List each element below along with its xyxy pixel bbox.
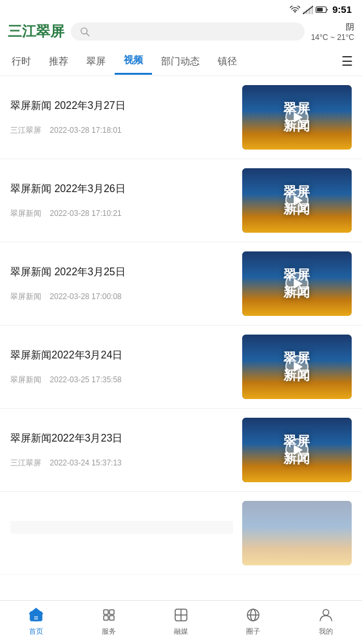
- news-time-5: 2022-03-24 15:37:13: [50, 458, 121, 467]
- svg-point-23: [323, 610, 329, 616]
- status-time: 9:51: [332, 4, 352, 15]
- news-meta-1: 三江翠屏 2022-03-28 17:18:01: [10, 125, 233, 136]
- status-icons: [290, 5, 329, 14]
- play-button-4[interactable]: [285, 355, 309, 378]
- service-icon: [100, 606, 118, 624]
- mine-icon: [317, 606, 335, 624]
- nav-tab-shipin[interactable]: 视频: [115, 48, 152, 75]
- bottom-nav-media[interactable]: 融媒: [145, 606, 217, 636]
- news-meta-2: 翠屏新闻 2022-03-28 17:10:21: [10, 208, 233, 219]
- news-content-6: [10, 521, 233, 545]
- news-item-3[interactable]: 翠屏新闻 2022年3月25日 翠屏新闻 2022-03-28 17:00:08…: [0, 242, 362, 326]
- news-item-5[interactable]: 翠屏新闻2022年3月23日 三江翠屏 2022-03-24 15:37:13 …: [0, 409, 362, 492]
- news-item-2[interactable]: 翠屏新闻 2022年3月26日 翠屏新闻 2022-03-28 17:10:21…: [0, 159, 362, 242]
- bottom-nav-circle[interactable]: 圈子: [217, 606, 289, 636]
- media-icon: [172, 606, 190, 624]
- bottom-nav-service-label: 服务: [102, 627, 116, 636]
- weather-sky: 阴: [311, 21, 354, 33]
- svg-rect-14: [110, 610, 114, 614]
- news-title-2: 翠屏新闻 2022年3月26日: [10, 182, 233, 196]
- news-content-1: 翠屏新闻 2022年3月27日 三江翠屏 2022-03-28 17:18:01: [10, 99, 233, 135]
- weather-info: 阴 14°C ~ 21°C: [311, 21, 354, 42]
- weather-temp: 14°C ~ 21°C: [311, 33, 354, 42]
- news-meta-5: 三江翠屏 2022-03-24 15:37:13: [10, 458, 233, 469]
- news-source-5: 三江翠屏: [10, 458, 41, 467]
- nav-tab-tuijian[interactable]: 推荐: [40, 49, 77, 74]
- news-source-3: 翠屏新闻: [10, 292, 41, 301]
- app-logo: 三江翠屏: [8, 22, 64, 41]
- news-content-4: 翠屏新闻2022年3月24日 翠屏新闻 2022-03-25 17:35:58: [10, 348, 233, 385]
- news-source-1: 三江翠屏: [10, 126, 41, 135]
- bottom-nav-home-label: 首页: [29, 627, 43, 636]
- search-icon: [80, 26, 90, 37]
- svg-line-8: [86, 34, 89, 36]
- news-item-4[interactable]: 翠屏新闻2022年3月24日 翠屏新闻 2022-03-25 17:35:58 …: [0, 326, 362, 409]
- header: 三江翠屏 阴 14°C ~ 21°C: [0, 17, 362, 47]
- news-item-6[interactable]: [0, 492, 362, 575]
- news-source-4: 翠屏新闻: [10, 375, 41, 384]
- bottom-nav-service[interactable]: 服务: [72, 606, 144, 636]
- wifi-icon: [290, 6, 300, 14]
- news-time-2: 2022-03-28 17:10:21: [50, 209, 121, 218]
- svg-rect-15: [104, 616, 108, 620]
- news-content-2: 翠屏新闻 2022年3月26日 翠屏新闻 2022-03-28 17:10:21: [10, 182, 233, 219]
- bottom-nav-media-label: 融媒: [174, 627, 188, 636]
- news-time-1: 2022-03-28 17:18:01: [50, 126, 121, 135]
- news-title-6: [10, 521, 233, 534]
- news-time-4: 2022-03-25 17:35:58: [50, 375, 121, 384]
- news-thumb-6: [242, 501, 352, 565]
- nav-tab-cuiping[interactable]: 翠屏: [77, 49, 115, 74]
- news-thumb-3: 翠屏新闻: [242, 251, 352, 316]
- svg-rect-6: [317, 8, 323, 12]
- news-content-5: 翠屏新闻2022年3月23日 三江翠屏 2022-03-24 15:37:13: [10, 431, 233, 468]
- news-list: 翠屏新闻 2022年3月27日 三江翠屏 2022-03-28 17:18:01…: [0, 76, 362, 620]
- bottom-nav-home[interactable]: 首页: [0, 606, 72, 636]
- play-button-3[interactable]: [285, 272, 309, 295]
- search-input[interactable]: [93, 26, 296, 37]
- news-title-5: 翠屏新闻2022年3月23日: [10, 431, 233, 445]
- status-bar: 9:51: [0, 0, 362, 17]
- svg-rect-13: [104, 610, 108, 614]
- news-thumb-4: 翠屏新闻: [242, 335, 352, 399]
- play-button-1[interactable]: [285, 106, 309, 129]
- news-thumb-5: 翠屏新闻: [242, 418, 352, 482]
- news-title-1: 翠屏新闻 2022年3月27日: [10, 99, 233, 113]
- bottom-nav-mine-label: 我的: [319, 627, 333, 636]
- nav-menu-button[interactable]: ☰: [335, 47, 359, 75]
- news-title-3: 翠屏新闻 2022年3月25日: [10, 265, 233, 279]
- news-meta-4: 翠屏新闻 2022-03-25 17:35:58: [10, 375, 233, 385]
- svg-rect-16: [110, 616, 114, 620]
- news-thumb-1: 翠屏新闻: [242, 85, 352, 150]
- bottom-nav: 首页 服务 融媒: [0, 600, 362, 644]
- nav-tabs: 行时 推荐 翠屏 视频 部门动态 镇径 ☰: [0, 47, 362, 76]
- news-title-4: 翠屏新闻2022年3月24日: [10, 348, 233, 362]
- battery-icon: [316, 6, 329, 14]
- bottom-nav-mine[interactable]: 我的: [290, 606, 362, 636]
- search-bar[interactable]: [71, 23, 305, 41]
- news-content-3: 翠屏新闻 2022年3月25日 翠屏新闻 2022-03-28 17:00:08: [10, 265, 233, 302]
- svg-rect-10: [33, 614, 39, 621]
- news-meta-3: 翠屏新闻 2022-03-28 17:00:08: [10, 291, 233, 302]
- nav-tab-xingshi[interactable]: 行时: [3, 49, 40, 74]
- signal-icon: [303, 5, 313, 14]
- bottom-nav-circle-label: 圈子: [246, 627, 260, 636]
- play-button-5[interactable]: [285, 438, 309, 462]
- nav-tab-bumen[interactable]: 部门动态: [152, 49, 209, 74]
- news-thumb-2: 翠屏新闻: [242, 168, 352, 233]
- home-icon: [27, 606, 45, 624]
- news-time-3: 2022-03-28 17:00:08: [50, 292, 121, 301]
- news-source-2: 翠屏新闻: [10, 209, 41, 218]
- news-item-1[interactable]: 翠屏新闻 2022年3月27日 三江翠屏 2022-03-28 17:18:01…: [0, 76, 362, 159]
- circle-icon: [244, 606, 262, 624]
- nav-tab-zhenjing[interactable]: 镇径: [209, 49, 246, 74]
- play-button-2[interactable]: [285, 189, 309, 212]
